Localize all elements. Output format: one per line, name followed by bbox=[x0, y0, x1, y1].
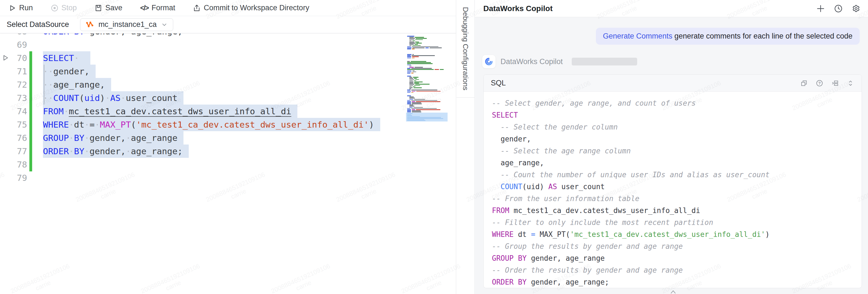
datasource-label: Select DataSource bbox=[7, 20, 69, 29]
code-token: dt bbox=[74, 120, 84, 129]
code-token: BY bbox=[74, 133, 84, 143]
code-token: user_count bbox=[126, 93, 178, 103]
datasource-select[interactable]: mc_instance1_ca bbox=[80, 18, 173, 31]
run-button[interactable]: Run bbox=[8, 4, 33, 12]
editor-line-77[interactable]: 77ORDER·BY·gender,·age_range; bbox=[0, 145, 456, 158]
generated-code-line: age_range, bbox=[492, 157, 862, 169]
generated-code-line: WHERE dt = MAX_PT('mc_test1_ca_dev.cates… bbox=[492, 229, 862, 240]
stop-button[interactable]: Stop bbox=[51, 4, 77, 12]
minimap-line bbox=[409, 88, 411, 89]
generated-code-line: -- From the user information table bbox=[492, 193, 862, 205]
plus-icon[interactable] bbox=[816, 4, 825, 13]
change-indicator bbox=[29, 78, 32, 91]
history-clock-icon[interactable] bbox=[834, 4, 843, 13]
help-circle-icon[interactable]: ? bbox=[816, 79, 824, 87]
redacted-timestamp bbox=[572, 58, 637, 65]
minimap-line bbox=[409, 87, 422, 88]
copy-icon[interactable] bbox=[800, 79, 808, 87]
code-token: age_range; bbox=[131, 34, 183, 36]
change-indicator bbox=[29, 65, 32, 78]
line-number: 68 bbox=[0, 34, 27, 38]
code-token: ·· bbox=[43, 80, 53, 90]
insert-code-icon[interactable] bbox=[831, 79, 839, 87]
code-token: gender, bbox=[90, 146, 126, 156]
code-token: SELECT bbox=[43, 53, 74, 63]
code-token: FROM bbox=[492, 206, 509, 215]
code-token: 'mc_test1_ca_dev.catest_dws_user_info_al… bbox=[136, 120, 369, 129]
sql-code-card: SQL ? -- Select gender, age range, and c… bbox=[483, 74, 862, 288]
minimap-line bbox=[407, 90, 437, 90]
line-number: 70 bbox=[0, 51, 27, 65]
minimap-line bbox=[407, 58, 414, 59]
code-token: -- Select the age range column bbox=[500, 147, 631, 155]
minimap-line bbox=[409, 86, 415, 87]
save-icon bbox=[94, 4, 102, 12]
minimap-line bbox=[407, 61, 426, 62]
minimap-selection[interactable] bbox=[406, 113, 447, 121]
code-token: dt bbox=[514, 230, 531, 238]
code-language-label: SQL bbox=[491, 79, 800, 87]
code-token: BY bbox=[74, 146, 84, 156]
code-token: WHERE bbox=[43, 120, 69, 129]
minimap-line bbox=[407, 92, 413, 93]
editor-line-76[interactable]: 76GROUP·BY·gender,·age_range bbox=[0, 131, 456, 145]
minimap-line bbox=[409, 43, 422, 43]
generate-comments-link[interactable]: Generate Comments bbox=[603, 32, 673, 40]
code-token: ·· bbox=[43, 93, 53, 103]
minimap-line bbox=[407, 110, 421, 111]
code-token: WHERE bbox=[492, 230, 514, 238]
card-collapse-button[interactable] bbox=[669, 289, 677, 294]
editor-line-74[interactable]: 74FROM·mc_test1_ca_dev.catest_dws_user_i… bbox=[0, 105, 456, 118]
change-indicator bbox=[29, 158, 32, 171]
code-token: · bbox=[84, 34, 90, 36]
code-token: -- Group the results by gender and age r… bbox=[492, 242, 683, 251]
editor-toolbar: Run Stop Save </> Format Commit to Works… bbox=[0, 0, 456, 16]
generated-code-line: -- Select the age range column bbox=[492, 145, 862, 157]
code-token: gender, age_range; bbox=[527, 278, 609, 286]
change-indicator bbox=[29, 131, 32, 145]
datasource-row: Select DataSource mc_instance1_ca bbox=[0, 16, 456, 33]
format-button[interactable]: </> Format bbox=[140, 4, 176, 12]
code-token: · bbox=[121, 93, 126, 103]
code-line-content: ··age_range, bbox=[43, 78, 111, 91]
editor-line-79[interactable]: 79 bbox=[0, 171, 456, 184]
generated-code-line: FROM mc_test1_ca_dev.catest_dws_user_inf… bbox=[492, 205, 862, 216]
code-token: · bbox=[69, 120, 74, 129]
editor-line-71[interactable]: 71··gender, bbox=[0, 65, 456, 78]
minimap-line bbox=[409, 78, 417, 79]
generated-code-line: COUNT(uid) AS user_count bbox=[492, 181, 862, 193]
editor-line-70[interactable]: 70SELECT· bbox=[0, 51, 456, 65]
code-token: gender, bbox=[500, 135, 531, 143]
copilot-avatar-icon bbox=[484, 57, 494, 66]
editor-line-72[interactable]: 72··age_range, bbox=[0, 78, 456, 91]
code-token bbox=[492, 171, 500, 179]
code-editor[interactable]: 68ORDER·BY·gender,·age_range;6970SELECT·… bbox=[0, 34, 456, 294]
code-token bbox=[492, 147, 500, 155]
editor-line-68[interactable]: 68ORDER·BY·gender,·age_range; bbox=[0, 34, 456, 38]
editor-line-78[interactable]: 78 bbox=[0, 158, 456, 171]
code-line-content: ··COUNT(uid)·AS·user_count bbox=[43, 91, 183, 105]
settings-gear-icon[interactable] bbox=[851, 4, 861, 13]
code-token: -- Count the number of unique user IDs a… bbox=[500, 171, 770, 179]
code-token bbox=[492, 135, 500, 143]
user-message-chip[interactable]: Generate Comments generate comments for … bbox=[596, 28, 860, 45]
commit-button[interactable]: Commit to Workspace Directory bbox=[193, 4, 309, 12]
editor-line-73[interactable]: 73··COUNT(uid)·AS·user_count bbox=[0, 91, 456, 105]
code-token: 'mc_test1_ca_dev.catest_dws_user_info_al… bbox=[570, 230, 765, 238]
generated-code-line: -- Select the gender column bbox=[492, 121, 862, 133]
tab-debugging-configurations[interactable]: Debugging Configurations bbox=[457, 0, 474, 98]
minimap-line bbox=[407, 54, 414, 55]
code-token: · bbox=[84, 133, 90, 143]
collapse-expand-icon[interactable] bbox=[847, 79, 855, 87]
editor-line-69[interactable]: 69 bbox=[0, 38, 456, 51]
save-button[interactable]: Save bbox=[94, 4, 123, 12]
minimap-line bbox=[407, 91, 441, 92]
minimap[interactable] bbox=[406, 34, 447, 294]
code-token: ( bbox=[79, 93, 85, 103]
change-indicator bbox=[29, 91, 32, 105]
indent-guide bbox=[44, 65, 44, 78]
minimap-line bbox=[407, 46, 438, 47]
change-indicator bbox=[29, 105, 32, 118]
code-token: age_range bbox=[131, 133, 177, 143]
editor-line-75[interactable]: 75WHERE·dt·=·MAX_PT('mc_test1_ca_dev.cat… bbox=[0, 118, 456, 131]
